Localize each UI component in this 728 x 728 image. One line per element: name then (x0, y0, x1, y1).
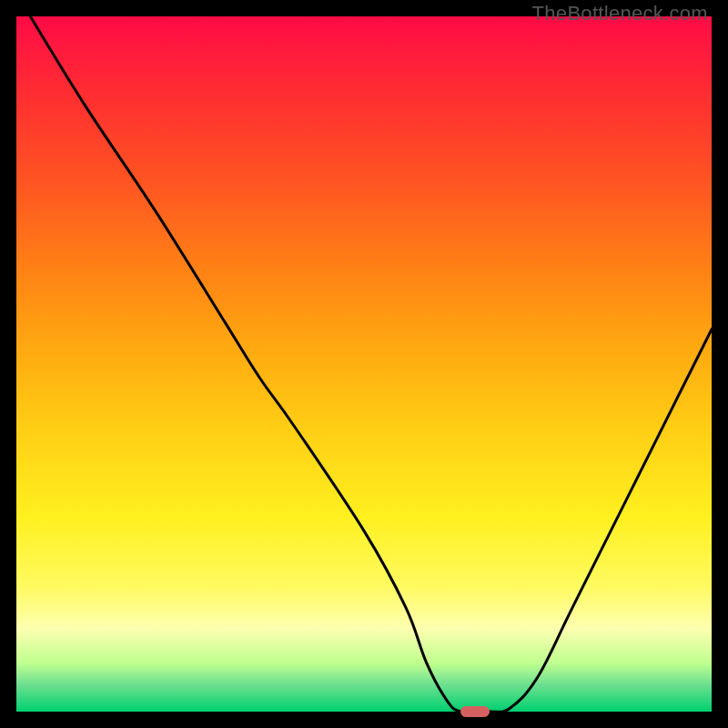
watermark: TheBottleneck.com (532, 2, 708, 25)
bottleneck-curve (30, 16, 712, 712)
chart-container: TheBottleneck.com (0, 0, 728, 728)
plot-area (16, 16, 712, 712)
optimal-marker (460, 706, 490, 717)
curve-svg (16, 16, 712, 712)
